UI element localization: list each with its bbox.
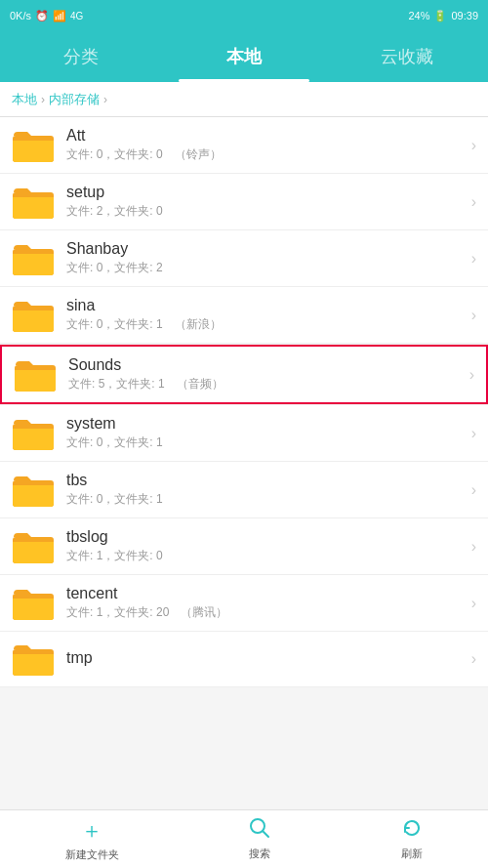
file-info: tbslog 文件: 1，文件夹: 0: [66, 528, 464, 564]
refresh-button[interactable]: 刷新: [401, 817, 423, 861]
file-meta: 文件: 1，文件夹: 0: [66, 548, 464, 564]
file-item-tmp[interactable]: tmp ›: [0, 632, 488, 687]
refresh-icon: [401, 817, 423, 845]
file-meta: 文件: 0，文件夹: 1 （新浪）: [66, 316, 464, 333]
breadcrumb: 本地 › 内部存储 ›: [0, 82, 488, 117]
file-info: tbs 文件: 0，文件夹: 1: [66, 472, 464, 508]
tab-bendi-label: 本地: [226, 45, 262, 68]
file-item-sina[interactable]: sina 文件: 0，文件夹: 1 （新浪） ›: [0, 287, 488, 344]
file-name: system: [66, 415, 464, 433]
folder-icon: [12, 416, 55, 451]
folder-icon: [12, 241, 55, 276]
folder-icon: [12, 185, 55, 220]
tab-fenlei[interactable]: 分类: [0, 31, 163, 82]
search-icon: [249, 817, 270, 845]
status-right: 24% 🔋 09:39: [408, 10, 478, 22]
wifi-icon: 📶: [53, 10, 66, 22]
chevron-right-icon: ›: [471, 137, 476, 154]
file-info: tencent 文件: 1，文件夹: 20 （腾讯）: [66, 585, 464, 621]
file-meta: 文件: 5，文件夹: 1 （音频）: [68, 376, 462, 393]
plus-icon: ＋: [81, 816, 102, 846]
file-item-setup[interactable]: setup 文件: 2，文件夹: 0 ›: [0, 174, 488, 230]
chevron-right-icon: ›: [469, 366, 474, 384]
folder-icon: [12, 529, 55, 564]
folder-icon: [12, 473, 55, 508]
tab-yunshoucan[interactable]: 云收藏: [325, 31, 488, 82]
breadcrumb-home[interactable]: 本地: [12, 91, 37, 108]
file-name: tbs: [66, 472, 464, 489]
status-bar: 0K/s ⏰ 📶 4G 24% 🔋 09:39: [0, 0, 488, 31]
file-info: Sounds 文件: 5，文件夹: 1 （音频）: [68, 356, 462, 393]
file-info: sina 文件: 0，文件夹: 1 （新浪）: [66, 297, 464, 333]
file-meta: 文件: 0，文件夹: 1: [66, 491, 464, 508]
time-display: 09:39: [451, 10, 478, 21]
file-info: Att 文件: 0，文件夹: 0 （铃声）: [66, 127, 464, 163]
file-name: setup: [66, 184, 464, 201]
chevron-right-icon: ›: [471, 425, 476, 442]
chevron-right-icon: ›: [471, 595, 476, 612]
chevron-right-icon: ›: [471, 193, 476, 211]
refresh-label: 刷新: [401, 847, 423, 861]
battery-icon: 🔋: [433, 10, 447, 22]
file-name: Shanbay: [66, 240, 464, 258]
tab-yunshoucan-label: 云收藏: [381, 45, 433, 68]
file-item-tbs[interactable]: tbs 文件: 0，文件夹: 1 ›: [0, 462, 488, 518]
file-info: Shanbay 文件: 0，文件夹: 2: [66, 240, 464, 276]
new-folder-label: 新建文件夹: [65, 847, 119, 862]
file-meta: 文件: 2，文件夹: 0: [66, 203, 464, 220]
folder-icon: [12, 586, 55, 621]
chevron-right-icon: ›: [471, 250, 476, 268]
chevron-right-icon: ›: [471, 650, 476, 668]
file-meta: 文件: 0，文件夹: 0 （铃声）: [66, 146, 464, 163]
tab-bendi[interactable]: 本地: [163, 31, 326, 82]
search-label: 搜索: [249, 847, 270, 861]
file-meta: 文件: 0，文件夹: 2: [66, 260, 464, 276]
file-item-system[interactable]: system 文件: 0，文件夹: 1 ›: [0, 405, 488, 462]
file-name: Att: [66, 127, 464, 145]
chevron-right-icon: ›: [471, 307, 476, 324]
file-name: Sounds: [68, 356, 462, 374]
file-info: tmp: [66, 649, 464, 669]
tab-fenlei-label: 分类: [63, 45, 99, 68]
file-name: tmp: [66, 649, 464, 667]
file-info: setup 文件: 2，文件夹: 0: [66, 184, 464, 220]
chevron-right-icon: ›: [471, 481, 476, 499]
file-item-tbslog[interactable]: tbslog 文件: 1，文件夹: 0 ›: [0, 518, 488, 575]
clock-icon: ⏰: [35, 10, 49, 22]
svg-line-1: [263, 831, 268, 837]
folder-icon: [12, 298, 55, 333]
file-list: Att 文件: 0，文件夹: 0 （铃声） › setup 文件: 2，文件夹:…: [0, 117, 488, 809]
file-name: sina: [66, 297, 464, 314]
breadcrumb-sep2: ›: [103, 93, 107, 106]
file-name: tencent: [66, 585, 464, 602]
chevron-right-icon: ›: [471, 538, 476, 556]
file-item-shanbay[interactable]: Shanbay 文件: 0，文件夹: 2 ›: [0, 230, 488, 287]
file-name: tbslog: [66, 528, 464, 546]
search-button[interactable]: 搜索: [249, 817, 270, 861]
folder-icon: [14, 357, 57, 393]
file-info: system 文件: 0，文件夹: 1: [66, 415, 464, 451]
file-meta: 文件: 1，文件夹: 20 （腾讯）: [66, 604, 464, 621]
file-item-sounds[interactable]: Sounds 文件: 5，文件夹: 1 （音频） ›: [0, 345, 488, 404]
new-folder-button[interactable]: ＋ 新建文件夹: [65, 816, 119, 862]
battery-text: 24%: [408, 10, 429, 21]
file-meta: 文件: 0，文件夹: 1: [66, 434, 464, 451]
status-left: 0K/s ⏰ 📶 4G: [10, 10, 83, 22]
breadcrumb-internal-storage[interactable]: 内部存储: [49, 91, 100, 108]
file-item-att[interactable]: Att 文件: 0，文件夹: 0 （铃声） ›: [0, 117, 488, 174]
tab-bar: 分类 本地 云收藏: [0, 31, 488, 82]
breadcrumb-sep1: ›: [41, 93, 45, 106]
file-item-tencent[interactable]: tencent 文件: 1，文件夹: 20 （腾讯） ›: [0, 575, 488, 632]
signal-icon: 4G: [70, 11, 83, 21]
folder-icon: [12, 641, 55, 677]
folder-icon: [12, 128, 55, 163]
network-speed: 0K/s: [10, 10, 31, 21]
bottom-bar: ＋ 新建文件夹 搜索 刷新: [0, 809, 488, 868]
